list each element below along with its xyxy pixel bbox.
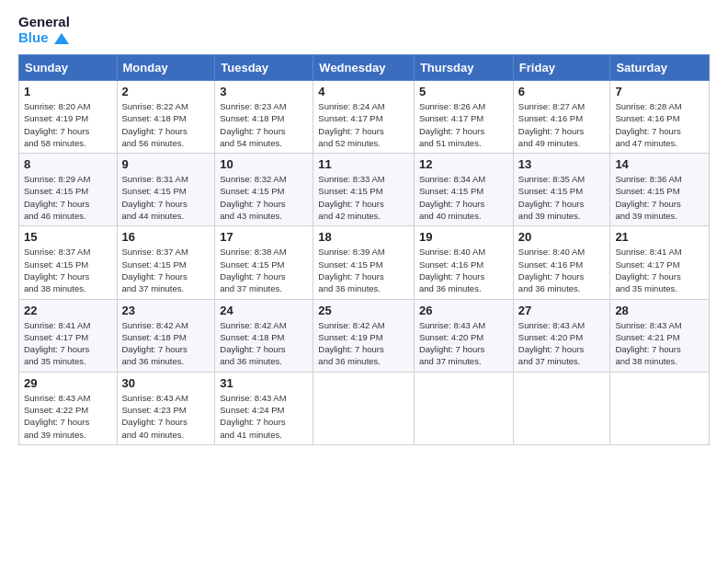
day-info: Sunrise: 8:32 AM Sunset: 4:15 PM Dayligh…: [220, 173, 308, 222]
calendar-cell: [513, 372, 610, 444]
col-header-thursday: Thursday: [414, 55, 513, 81]
calendar: SundayMondayTuesdayWednesdayThursdayFrid…: [18, 54, 710, 445]
day-info: Sunrise: 8:26 AM Sunset: 4:17 PM Dayligh…: [419, 100, 508, 149]
day-number: 7: [615, 85, 704, 98]
day-info: Sunrise: 8:43 AM Sunset: 4:23 PM Dayligh…: [122, 392, 210, 441]
day-info: Sunrise: 8:43 AM Sunset: 4:21 PM Dayligh…: [615, 319, 704, 368]
col-header-monday: Monday: [117, 55, 215, 81]
day-info: Sunrise: 8:20 AM Sunset: 4:19 PM Dayligh…: [24, 100, 112, 149]
calendar-cell: [414, 372, 513, 444]
calendar-cell: 21Sunrise: 8:41 AM Sunset: 4:17 PM Dayli…: [610, 226, 710, 299]
calendar-cell: 29Sunrise: 8:43 AM Sunset: 4:22 PM Dayli…: [19, 372, 118, 444]
day-number: 3: [220, 85, 308, 98]
day-info: Sunrise: 8:37 AM Sunset: 4:15 PM Dayligh…: [24, 246, 112, 294]
calendar-cell: 18Sunrise: 8:39 AM Sunset: 4:15 PM Dayli…: [313, 226, 415, 299]
day-info: Sunrise: 8:41 AM Sunset: 4:17 PM Dayligh…: [24, 319, 112, 368]
day-number: 27: [518, 304, 606, 317]
day-number: 19: [419, 230, 508, 244]
calendar-cell: 13Sunrise: 8:35 AM Sunset: 4:15 PM Dayli…: [513, 154, 610, 226]
calendar-cell: 26Sunrise: 8:43 AM Sunset: 4:20 PM Dayli…: [414, 299, 513, 372]
day-number: 15: [24, 230, 112, 244]
page: General Blue SundayMondayTuesdayWednesda…: [0, 0, 728, 563]
day-number: 11: [318, 157, 409, 171]
calendar-cell: 27Sunrise: 8:43 AM Sunset: 4:20 PM Dayli…: [513, 299, 610, 372]
day-number: 14: [615, 157, 704, 171]
day-info: Sunrise: 8:39 AM Sunset: 4:15 PM Dayligh…: [318, 246, 409, 294]
week-row-3: 15Sunrise: 8:37 AM Sunset: 4:15 PM Dayli…: [19, 226, 710, 299]
day-info: Sunrise: 8:43 AM Sunset: 4:22 PM Dayligh…: [24, 392, 112, 441]
calendar-cell: 30Sunrise: 8:43 AM Sunset: 4:23 PM Dayli…: [117, 372, 215, 444]
col-header-wednesday: Wednesday: [313, 55, 415, 81]
calendar-cell: 15Sunrise: 8:37 AM Sunset: 4:15 PM Dayli…: [19, 226, 118, 299]
day-number: 21: [615, 230, 704, 244]
calendar-cell: 14Sunrise: 8:36 AM Sunset: 4:15 PM Dayli…: [610, 154, 710, 226]
day-number: 31: [220, 376, 308, 390]
day-number: 9: [122, 157, 210, 171]
header: General Blue: [18, 15, 710, 45]
day-info: Sunrise: 8:28 AM Sunset: 4:16 PM Dayligh…: [615, 100, 704, 149]
calendar-cell: 4Sunrise: 8:24 AM Sunset: 4:17 PM Daylig…: [313, 81, 415, 154]
day-number: 10: [220, 157, 308, 171]
col-header-friday: Friday: [513, 55, 610, 81]
day-number: 25: [318, 304, 409, 317]
calendar-cell: 12Sunrise: 8:34 AM Sunset: 4:15 PM Dayli…: [414, 154, 513, 226]
calendar-cell: 5Sunrise: 8:26 AM Sunset: 4:17 PM Daylig…: [414, 81, 513, 154]
calendar-cell: 16Sunrise: 8:37 AM Sunset: 4:15 PM Dayli…: [117, 226, 215, 299]
calendar-cell: 3Sunrise: 8:23 AM Sunset: 4:18 PM Daylig…: [215, 81, 313, 154]
day-number: 28: [615, 304, 704, 317]
day-info: Sunrise: 8:38 AM Sunset: 4:15 PM Dayligh…: [220, 246, 308, 294]
calendar-cell: 11Sunrise: 8:33 AM Sunset: 4:15 PM Dayli…: [313, 154, 415, 226]
col-header-sunday: Sunday: [19, 55, 118, 81]
calendar-cell: [313, 372, 415, 444]
day-number: 30: [122, 376, 210, 390]
day-info: Sunrise: 8:29 AM Sunset: 4:15 PM Dayligh…: [24, 173, 112, 222]
calendar-cell: 7Sunrise: 8:28 AM Sunset: 4:16 PM Daylig…: [610, 81, 710, 154]
day-number: 1: [24, 85, 112, 98]
calendar-cell: 2Sunrise: 8:22 AM Sunset: 4:18 PM Daylig…: [117, 81, 215, 154]
day-info: Sunrise: 8:41 AM Sunset: 4:17 PM Dayligh…: [615, 246, 704, 294]
day-info: Sunrise: 8:35 AM Sunset: 4:15 PM Dayligh…: [518, 173, 606, 222]
day-number: 23: [122, 304, 210, 317]
day-number: 17: [220, 230, 308, 244]
calendar-cell: 10Sunrise: 8:32 AM Sunset: 4:15 PM Dayli…: [215, 154, 313, 226]
day-info: Sunrise: 8:27 AM Sunset: 4:16 PM Dayligh…: [518, 100, 606, 149]
day-number: 2: [122, 85, 210, 98]
logo: General Blue: [18, 15, 70, 45]
day-number: 22: [24, 304, 112, 317]
day-number: 6: [518, 85, 606, 98]
week-row-4: 22Sunrise: 8:41 AM Sunset: 4:17 PM Dayli…: [19, 299, 710, 372]
day-info: Sunrise: 8:24 AM Sunset: 4:17 PM Dayligh…: [318, 100, 409, 149]
day-number: 20: [518, 230, 606, 244]
day-info: Sunrise: 8:42 AM Sunset: 4:19 PM Dayligh…: [318, 319, 409, 368]
day-info: Sunrise: 8:34 AM Sunset: 4:15 PM Dayligh…: [419, 173, 508, 222]
day-info: Sunrise: 8:37 AM Sunset: 4:15 PM Dayligh…: [122, 246, 210, 294]
calendar-cell: 8Sunrise: 8:29 AM Sunset: 4:15 PM Daylig…: [19, 154, 118, 226]
col-header-tuesday: Tuesday: [215, 55, 313, 81]
calendar-cell: 6Sunrise: 8:27 AM Sunset: 4:16 PM Daylig…: [513, 81, 610, 154]
calendar-cell: 19Sunrise: 8:40 AM Sunset: 4:16 PM Dayli…: [414, 226, 513, 299]
day-info: Sunrise: 8:42 AM Sunset: 4:18 PM Dayligh…: [122, 319, 210, 368]
day-number: 26: [419, 304, 508, 317]
day-number: 8: [24, 157, 112, 171]
day-number: 5: [419, 85, 508, 98]
col-header-saturday: Saturday: [610, 55, 710, 81]
day-number: 18: [318, 230, 409, 244]
day-number: 24: [220, 304, 308, 317]
calendar-header-row: SundayMondayTuesdayWednesdayThursdayFrid…: [19, 55, 710, 81]
calendar-cell: 24Sunrise: 8:42 AM Sunset: 4:18 PM Dayli…: [215, 299, 313, 372]
day-info: Sunrise: 8:42 AM Sunset: 4:18 PM Dayligh…: [220, 319, 308, 368]
day-number: 12: [419, 157, 508, 171]
day-info: Sunrise: 8:22 AM Sunset: 4:18 PM Dayligh…: [122, 100, 210, 149]
day-number: 13: [518, 157, 606, 171]
day-info: Sunrise: 8:43 AM Sunset: 4:20 PM Dayligh…: [518, 319, 606, 368]
day-number: 29: [24, 376, 112, 390]
calendar-cell: 20Sunrise: 8:40 AM Sunset: 4:16 PM Dayli…: [513, 226, 610, 299]
calendar-cell: 1Sunrise: 8:20 AM Sunset: 4:19 PM Daylig…: [19, 81, 118, 154]
week-row-1: 1Sunrise: 8:20 AM Sunset: 4:19 PM Daylig…: [19, 81, 710, 154]
day-info: Sunrise: 8:40 AM Sunset: 4:16 PM Dayligh…: [419, 246, 508, 294]
day-info: Sunrise: 8:43 AM Sunset: 4:24 PM Dayligh…: [220, 392, 308, 441]
week-row-2: 8Sunrise: 8:29 AM Sunset: 4:15 PM Daylig…: [19, 154, 710, 226]
day-info: Sunrise: 8:23 AM Sunset: 4:18 PM Dayligh…: [220, 100, 308, 149]
day-number: 16: [122, 230, 210, 244]
day-info: Sunrise: 8:36 AM Sunset: 4:15 PM Dayligh…: [615, 173, 704, 222]
